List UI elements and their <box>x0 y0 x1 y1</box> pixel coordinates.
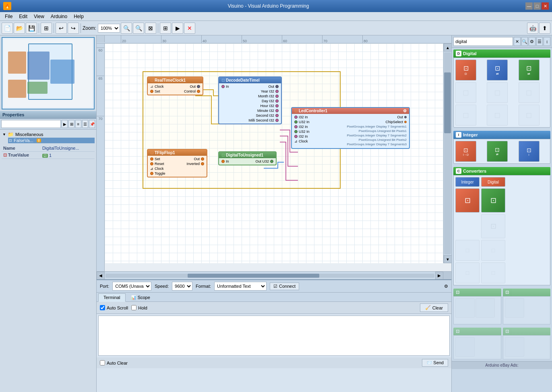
speed-select[interactable]: 9600 <box>172 282 192 291</box>
hscroll-track <box>105 274 434 278</box>
save-button[interactable]: 💾 <box>26 23 37 34</box>
item-icon: ⊡ <box>9 138 12 142</box>
comp-d1-label: D <box>465 72 467 76</box>
ruler-30: 30 <box>161 35 166 43</box>
bottom-section-1-body <box>453 296 501 324</box>
block-d2u[interactable]: ⊡ DigitalToUnsigned1 In <box>218 151 277 165</box>
vscroll-up[interactable]: ▲ <box>444 43 451 52</box>
terminal-content[interactable] <box>98 316 450 356</box>
tab-scope[interactable]: 📊 Scope <box>126 293 155 301</box>
new-button[interactable]: 📄 <box>2 23 13 34</box>
port-select[interactable]: COM5 (Unava <box>112 282 151 291</box>
ruler-marks: 20 30 40 50 60 70 80 <box>105 35 451 43</box>
block-decode[interactable]: ⊡ DecodeDateTimel In <box>218 76 282 124</box>
minimize-button[interactable]: — <box>525 2 533 10</box>
block-led[interactable]: ⊡ LedController1 ⚙ I32 In <box>291 107 410 149</box>
comp-conv-1[interactable]: ⊡ <box>455 188 480 213</box>
redo-button[interactable]: ↪ <box>68 23 79 34</box>
menu-arduino[interactable]: Arduino <box>48 13 70 20</box>
close-button[interactable]: ✕ <box>542 2 549 10</box>
send-button[interactable]: 📨 Send <box>422 359 448 367</box>
comp-conv-2[interactable]: ⊡ <box>481 188 505 213</box>
zoom-in-button[interactable]: 🔍 <box>121 23 132 34</box>
vscroll-down[interactable]: ▼ <box>444 255 451 263</box>
prop-search-input[interactable] <box>1 120 61 128</box>
bottom-section-2: ⊡ <box>503 289 551 324</box>
set-pin-dot <box>150 90 153 93</box>
hscroll-left[interactable]: ◀ <box>97 272 105 280</box>
led-settings-icon[interactable]: ⚙ <box>403 109 407 113</box>
menu-help[interactable]: Help <box>70 13 87 20</box>
autoscroll-checkbox[interactable] <box>100 305 105 310</box>
hscroll-thumb[interactable] <box>188 274 319 278</box>
terminal-settings-icon[interactable]: ⚙ <box>444 284 448 289</box>
undo-button[interactable]: ↩ <box>56 23 67 34</box>
arduino-button[interactable]: 🤖 <box>527 23 538 34</box>
upload-button[interactable]: ⬆ <box>539 23 550 34</box>
run-button[interactable]: ▶ <box>172 23 183 34</box>
autoclear-check[interactable]: Auto Clear <box>100 360 128 365</box>
zoom-fit-button[interactable]: ⊠ <box>145 23 156 34</box>
ruler-70: 70 <box>322 35 327 43</box>
prop-expand-button[interactable]: ▶ <box>62 120 68 128</box>
terminal-tabs: Terminal 📊 Scope <box>97 293 451 302</box>
prop-sort-button[interactable]: ≡ <box>75 120 81 128</box>
bs4-icon-1 <box>505 337 524 357</box>
section-integer-body: ⊡ I→D ⊡ ⇄ ⊡ I <box>453 139 550 164</box>
search-button[interactable]: 🔍 <box>521 37 528 46</box>
grid-button[interactable]: ⊞ <box>41 23 52 34</box>
day-label: Day I32 <box>262 99 274 103</box>
prop-filter-button[interactable]: ☰ <box>82 120 88 128</box>
tree-item-falsevalue[interactable]: ⊡ FalseVa... 8 <box>8 138 95 143</box>
menu-view[interactable]: View <box>31 13 48 20</box>
titlebar: 🔥 Visuino - Visual Arduino Programming —… <box>0 0 552 12</box>
menu-file[interactable]: File <box>2 13 16 20</box>
clear-button[interactable]: 🧹 Clear <box>420 303 448 312</box>
block-tflip[interactable]: ⊡ TFlipFlop1 Set <box>147 149 207 177</box>
comp-integer-1[interactable]: ⊡ I→D <box>455 141 476 162</box>
vscroll-thumb[interactable] <box>444 72 451 133</box>
menu-edit[interactable]: Edit <box>16 13 31 20</box>
block-rtc[interactable]: ⊡ RealTimeClock1 ⊿ Clock <box>147 76 203 95</box>
comp-i1-icon: ⊡ <box>463 147 468 153</box>
comp-digital-2[interactable]: ⊡ ⇄ <box>487 60 508 80</box>
comp-digital-3[interactable]: ⊡ ⇄ <box>519 60 540 80</box>
search-sort-button[interactable]: ↕ <box>544 37 550 46</box>
comp-d7-icon: □ <box>463 111 468 120</box>
search-clear-button[interactable]: ✕ <box>514 37 521 46</box>
hold-checkbox[interactable] <box>131 305 136 310</box>
component-search-input[interactable] <box>453 37 513 46</box>
arrange-button[interactable]: ⊞ <box>160 23 171 34</box>
autoscroll-check[interactable]: Auto Scroll <box>100 305 128 310</box>
search-filter-button[interactable]: ☰ <box>536 37 543 46</box>
d2u-out-dot <box>270 160 273 163</box>
comp-integer-3[interactable]: ⊡ I <box>519 141 540 162</box>
comp-digital-1[interactable]: ⊡ D <box>455 60 476 80</box>
connect-button[interactable]: ☑ Connect <box>270 283 299 290</box>
stop-button[interactable]: ✕ <box>184 23 195 34</box>
zoom-select[interactable]: 100% 75% 150% <box>98 24 120 33</box>
hscroll-right[interactable]: ▶ <box>435 272 443 280</box>
conv-3-icon: ⊡ <box>490 222 496 231</box>
tflip-clock-label: Clock <box>155 167 164 171</box>
open-button[interactable]: 📂 <box>14 23 25 34</box>
minimap-block-led <box>50 60 74 84</box>
zoom-box: Zoom: 100% 75% 150% <box>83 24 120 33</box>
tree-item-miscellaneous[interactable]: ▼ 📁 Miscellaneous <box>2 131 95 138</box>
zoom-out-button[interactable]: 🔍 <box>133 23 144 34</box>
tflip-toggle-dot <box>150 172 153 175</box>
search-settings-button[interactable]: ⚙ <box>529 37 535 46</box>
comp-d6-icon: □ <box>527 88 531 97</box>
comp-integer-2[interactable]: ⊡ ⇄ <box>487 141 508 162</box>
prop-pin-button[interactable]: 📌 <box>89 120 95 128</box>
format-select[interactable]: Unformatted Text <box>214 282 267 291</box>
tab-terminal[interactable]: Terminal <box>98 293 126 302</box>
autoclear-checkbox[interactable] <box>100 360 105 365</box>
prop-name-value[interactable]: DigitalToUnsigne... <box>41 145 95 152</box>
prop-collapse-button[interactable]: ⊞ <box>68 120 74 128</box>
hold-check[interactable]: Hold <box>131 305 147 310</box>
bs1-icon-1 <box>455 298 475 318</box>
comp-conv-5: □ <box>481 240 505 261</box>
maximize-button[interactable]: □ <box>533 2 541 10</box>
pin-set-label: Set <box>155 89 160 93</box>
